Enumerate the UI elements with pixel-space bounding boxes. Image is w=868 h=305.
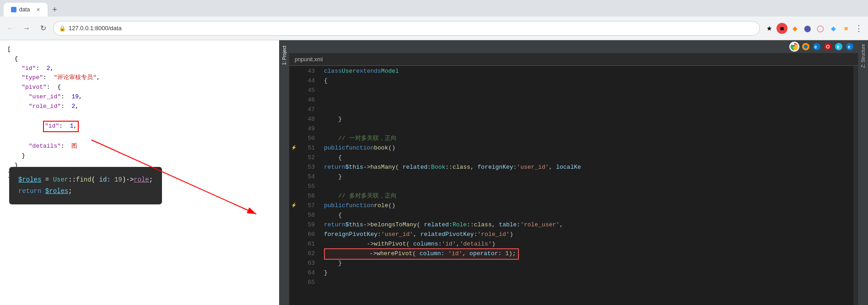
refresh-button[interactable]: ↻: [37, 22, 49, 35]
ln-52: 52: [298, 153, 320, 163]
svg-text:e: e: [814, 44, 817, 49]
gutter-63: [289, 258, 298, 268]
code-popup-line1: $roles = User::find( id: 19)->role;: [18, 174, 153, 186]
ide-file-tab[interactable]: pnpunit.xml: [289, 53, 858, 66]
tab-favicon: [11, 7, 16, 12]
ln-47: 47: [298, 105, 320, 115]
code-line-47: [320, 105, 853, 115]
ln-48: 48: [298, 115, 320, 124]
ln-61: 61: [298, 240, 320, 249]
project-tab[interactable]: 1: Project: [280, 42, 289, 69]
code-line-55: [320, 182, 853, 192]
code-line-61: ->withPivot( columns: 'id','details'): [320, 240, 853, 249]
firefox-browser-icon[interactable]: [801, 42, 810, 51]
code-line-57: public function role(): [320, 201, 853, 211]
edge-browser-icon[interactable]: e: [812, 42, 821, 51]
json-line-8: "id": 1,: [7, 112, 272, 142]
extension-icon2[interactable]: ◆: [789, 23, 800, 34]
gutter-48: [289, 114, 298, 123]
code-content[interactable]: class User extends Model { } // 一对多关联，正向: [320, 66, 853, 305]
svg-point-5: [804, 45, 808, 48]
structure-tab[interactable]: Z: Structure: [859, 40, 868, 71]
ln-58: 58: [298, 211, 320, 220]
code-line-60: foreignPivotKey: 'user_id', relatedPivot…: [320, 230, 853, 240]
json-display: [ { "id": 2, "type": "评论审核专员", "pivot": …: [0, 40, 279, 184]
code-gutter: ⚡ ⚡: [289, 66, 298, 305]
gutter-53: [289, 162, 298, 171]
opera-browser-icon[interactable]: O: [823, 42, 832, 51]
ln-44: 44: [298, 76, 320, 86]
ide-panel: 1: Project e O e: [279, 40, 868, 305]
gutter-45: [289, 85, 298, 95]
menu-icon[interactable]: ⋮: [853, 23, 864, 34]
json-line-6: "user_id": 19,: [7, 92, 272, 102]
gutter-46: [289, 95, 298, 104]
json-line-10: }: [7, 151, 272, 161]
ln-53: 53: [298, 163, 320, 172]
code-line-64: }: [320, 268, 853, 278]
browser-tabs: data ✕ +: [0, 0, 868, 16]
code-popup: $roles = User::find( id: 19)->role; retu…: [9, 167, 162, 204]
new-tab-button[interactable]: +: [48, 3, 62, 16]
ide-topbar: e O e e: [289, 40, 858, 53]
tab-title: data: [19, 6, 30, 13]
tab-close-icon[interactable]: ✕: [36, 7, 40, 13]
back-button[interactable]: ←: [4, 22, 16, 35]
ln-64: 64: [298, 268, 320, 278]
gutter-52: [289, 152, 298, 162]
chrome-browser-icon[interactable]: [789, 42, 799, 52]
code-line-53: return $this->hasMany( related: Book::cl…: [320, 163, 853, 172]
structure-sidebar: Z: Structure: [858, 40, 868, 305]
gutter-64: [289, 268, 298, 277]
code-line-43: class User extends Model: [320, 67, 853, 76]
url-text: 127.0.0.1:8000/data: [69, 25, 122, 32]
code-line-48: }: [320, 115, 853, 124]
json-line-7: "role_id": 2,: [7, 102, 272, 112]
gutter-62: [289, 248, 298, 258]
code-line-56: // 多对多关联，正向: [320, 192, 853, 201]
ln-62: 62: [298, 249, 320, 259]
edge2-browser-icon[interactable]: e: [845, 42, 854, 51]
extension-icon1[interactable]: ■: [776, 23, 787, 34]
forward-button[interactable]: →: [20, 22, 33, 35]
json-line-9: "details": 图: [7, 142, 272, 151]
svg-text:e: e: [848, 44, 851, 49]
code-popup-line2: return $roles;: [18, 186, 153, 197]
json-line-2: {: [7, 54, 272, 64]
gutter-50: [289, 133, 298, 143]
code-editor: ⚡ ⚡ 43: [289, 66, 858, 305]
ln-65: 65: [298, 278, 320, 288]
code-line-44: {: [320, 76, 853, 86]
extension-icon6[interactable]: ■: [841, 23, 852, 34]
gutter-65: [289, 277, 298, 287]
extension-icon5[interactable]: ◆: [828, 23, 839, 34]
ln-63: 63: [298, 259, 320, 268]
extension-icon3[interactable]: ⬤: [802, 23, 813, 34]
gutter-54: [289, 171, 298, 181]
code-line-58: {: [320, 211, 853, 220]
gutter-49: [289, 123, 298, 133]
ln-54: 54: [298, 172, 320, 182]
code-line-51: public function book(): [320, 144, 853, 153]
ide-main: e O e e pnpunit.xml: [289, 40, 858, 305]
code-line-49: [320, 124, 853, 134]
active-tab[interactable]: data ✕: [4, 3, 48, 16]
address-bar[interactable]: 🔒 127.0.0.1:8000/data: [53, 21, 760, 36]
gutter-58: [289, 210, 298, 219]
code-line-63: }: [320, 259, 853, 268]
toolbar-actions: ★ ■ ◆ ⬤ ◯ ◆ ■ ⋮: [764, 23, 864, 34]
lock-icon: 🔒: [59, 25, 66, 32]
bookmark-star-icon[interactable]: ★: [764, 23, 775, 34]
code-line-59: return $this->belongsToMany( related: Ro…: [320, 220, 853, 230]
ln-57: 57: [298, 201, 320, 211]
gutter-59: [289, 219, 298, 229]
code-line-50: // 一对多关联，正向: [320, 134, 853, 144]
svg-text:O: O: [826, 44, 830, 49]
gutter-56: [289, 191, 298, 200]
ln-43: 43: [298, 67, 320, 76]
extension-icon4[interactable]: ◯: [815, 23, 826, 34]
vertical-scrollbar[interactable]: [853, 66, 858, 305]
ie-browser-icon[interactable]: e: [834, 42, 843, 51]
gutter-51: ⚡: [289, 143, 298, 152]
code-line-62: ->wherePivot( column: 'id', operator: 1)…: [320, 249, 853, 259]
